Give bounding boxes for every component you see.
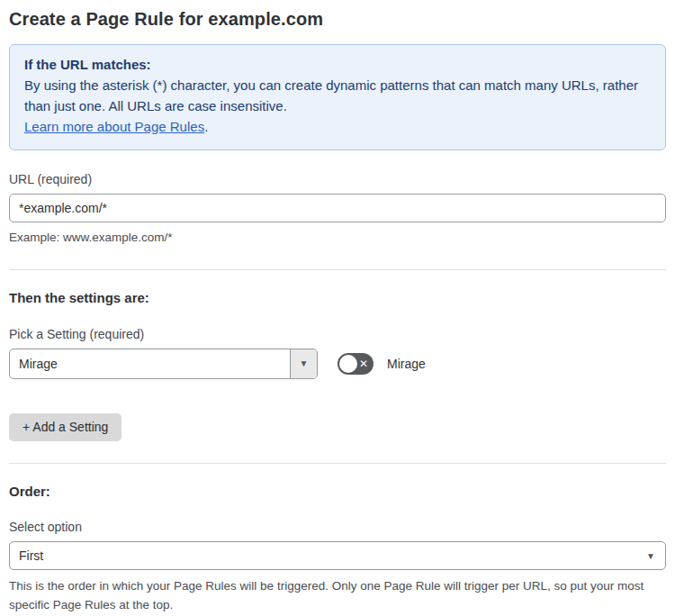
toggle-knob xyxy=(339,355,357,373)
toggle-x-icon: ✕ xyxy=(359,358,368,369)
select-option-label: Select option xyxy=(9,520,666,534)
toggle-label: Mirage xyxy=(387,357,426,371)
divider xyxy=(9,269,666,270)
info-box-body: By using the asterisk (*) character, you… xyxy=(24,76,651,117)
info-box-link-line: Learn more about Page Rules. xyxy=(24,117,651,138)
order-section-heading: Order: xyxy=(9,484,666,499)
setting-row: Mirage ▼ ✕ Mirage xyxy=(9,349,666,379)
order-select[interactable]: First ▼ xyxy=(9,541,666,570)
pick-setting-label: Pick a Setting (required) xyxy=(9,327,666,341)
divider xyxy=(9,463,666,464)
url-helper-text: Example: www.example.com/* xyxy=(9,229,666,248)
create-page-rule-panel: Create a Page Rule for example.com If th… xyxy=(0,0,675,616)
page-title: Create a Page Rule for example.com xyxy=(9,9,666,30)
mirage-toggle[interactable]: ✕ xyxy=(338,353,374,375)
order-helper-text: This is the order in which your Page Rul… xyxy=(9,577,657,615)
setting-dropdown-value: Mirage xyxy=(10,349,290,378)
url-field-label: URL (required) xyxy=(9,172,666,186)
chevron-down-icon: ▼ xyxy=(300,358,309,368)
link-suffix: . xyxy=(204,119,208,134)
setting-dropdown[interactable]: Mirage ▼ xyxy=(9,349,318,379)
order-select-value: First xyxy=(19,548,43,563)
learn-more-link[interactable]: Learn more about Page Rules xyxy=(24,119,204,134)
add-setting-button[interactable]: + Add a Setting xyxy=(9,413,122,441)
settings-section-heading: Then the settings are: xyxy=(9,290,666,305)
setting-dropdown-arrow-button[interactable]: ▼ xyxy=(290,349,317,378)
url-input[interactable] xyxy=(9,194,666,222)
info-box-heading: If the URL matches: xyxy=(24,55,651,76)
url-match-info-box: If the URL matches: By using the asteris… xyxy=(9,44,666,150)
chevron-down-icon: ▼ xyxy=(646,550,655,560)
